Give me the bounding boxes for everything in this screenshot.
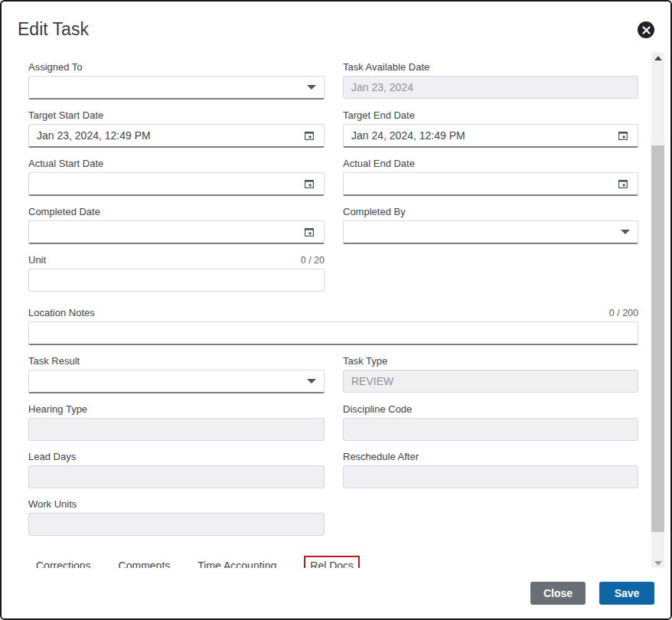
field-assigned-to: Assigned To xyxy=(28,60,325,100)
actual-start-date-input[interactable] xyxy=(37,173,296,194)
chevron-down-icon[interactable] xyxy=(307,85,316,90)
location-notes-char-counter: 0 / 200 xyxy=(609,308,638,318)
field-unit: Unit 0 / 20 xyxy=(28,253,325,292)
target-end-date-picker[interactable] xyxy=(343,124,638,148)
lead-days-input xyxy=(37,466,316,488)
assigned-to-label: Assigned To xyxy=(28,61,83,73)
discipline-code-readonly xyxy=(343,418,638,441)
scroll-up-arrow-icon[interactable] xyxy=(651,52,664,64)
actual-end-date-picker[interactable] xyxy=(343,172,638,196)
completed-by-label: Completed By xyxy=(343,206,406,217)
calendar-glyph xyxy=(303,129,315,142)
actual-start-date-label: Actual Start Date xyxy=(28,158,103,169)
calendar-icon[interactable] xyxy=(616,177,630,191)
unit-char-counter: 0 / 20 xyxy=(301,255,325,266)
task-result-label: Task Result xyxy=(28,355,80,367)
target-end-date-label: Target End Date xyxy=(343,109,415,121)
target-start-date-label: Target Start Date xyxy=(28,109,103,121)
unit-label: Unit xyxy=(28,254,46,266)
completed-date-label: Completed Date xyxy=(28,206,100,217)
field-spacer xyxy=(343,498,638,536)
reschedule-after-label: Reschedule After xyxy=(343,451,419,462)
reschedule-after-input xyxy=(351,466,630,488)
field-hearing-type: Hearing Type xyxy=(28,403,325,441)
save-button[interactable]: Save xyxy=(599,582,654,605)
chevron-down-icon[interactable] xyxy=(621,230,630,234)
calendar-icon[interactable] xyxy=(616,129,630,142)
task-available-date-input xyxy=(351,77,630,98)
actual-end-date-input[interactable] xyxy=(351,173,610,194)
dialog-title: Edit Task xyxy=(18,19,89,40)
completed-by-input[interactable] xyxy=(351,221,615,243)
hearing-type-input xyxy=(37,419,316,440)
scrollbar-thumb[interactable] xyxy=(651,145,664,532)
task-result-dropdown[interactable] xyxy=(28,370,325,393)
location-notes-textbox[interactable] xyxy=(28,321,638,345)
unit-textbox[interactable] xyxy=(28,269,325,292)
field-completed-date: Completed Date xyxy=(28,205,325,244)
edit-task-dialog: Edit Task Assigned To Task Available Dat… xyxy=(0,0,672,620)
hearing-type-label: Hearing Type xyxy=(28,403,87,415)
task-available-date-label: Task Available Date xyxy=(343,61,429,73)
lead-days-readonly xyxy=(28,465,325,488)
unit-input[interactable] xyxy=(37,269,316,291)
location-notes-input[interactable] xyxy=(37,322,630,344)
field-task-type: Task Type xyxy=(343,354,638,393)
task-type-label: Task Type xyxy=(343,355,387,367)
discipline-code-label: Discipline Code xyxy=(343,403,412,415)
x-glyph xyxy=(642,26,651,34)
field-task-available-date: Task Available Date xyxy=(343,60,638,100)
calendar-glyph xyxy=(303,226,315,238)
work-units-label: Work Units xyxy=(28,498,77,510)
completed-by-dropdown[interactable] xyxy=(343,220,638,244)
field-discipline-code: Discipline Code xyxy=(343,403,638,441)
field-task-result: Task Result xyxy=(28,354,325,393)
calendar-glyph xyxy=(303,178,315,190)
field-completed-by: Completed By xyxy=(343,205,638,244)
field-work-units: Work Units xyxy=(28,498,325,536)
work-units-input xyxy=(37,514,316,535)
field-target-start-date: Target Start Date xyxy=(28,109,325,148)
hearing-type-readonly xyxy=(28,418,325,441)
chevron-down-icon[interactable] xyxy=(307,379,316,383)
field-actual-end-date: Actual End Date xyxy=(343,157,638,196)
work-units-readonly xyxy=(28,513,325,536)
task-available-date-readonly xyxy=(343,76,638,99)
completed-date-input[interactable] xyxy=(37,221,296,243)
lead-days-label: Lead Days xyxy=(28,451,76,462)
triangle-down-glyph xyxy=(654,561,662,566)
completed-date-picker[interactable] xyxy=(28,220,325,244)
task-result-input[interactable] xyxy=(37,370,301,392)
field-reschedule-after: Reschedule After xyxy=(343,450,638,488)
form-content: Assigned To Task Available Date Target S… xyxy=(28,52,638,576)
target-end-date-input[interactable] xyxy=(351,125,610,146)
calendar-glyph xyxy=(617,129,629,142)
location-notes-label: Location Notes xyxy=(28,307,95,318)
task-type-input xyxy=(351,370,630,392)
close-button[interactable]: Close xyxy=(530,582,586,605)
field-spacer xyxy=(343,253,638,292)
calendar-icon[interactable] xyxy=(302,129,316,142)
task-type-readonly xyxy=(343,370,638,393)
target-start-date-input[interactable] xyxy=(37,125,296,146)
calendar-icon[interactable] xyxy=(302,177,316,191)
target-start-date-picker[interactable] xyxy=(28,124,325,148)
reschedule-after-readonly xyxy=(343,465,638,488)
assigned-to-dropdown[interactable] xyxy=(28,76,325,100)
triangle-up-glyph xyxy=(654,56,662,60)
calendar-glyph xyxy=(617,178,629,190)
assigned-to-input[interactable] xyxy=(37,77,301,98)
discipline-code-input xyxy=(351,419,630,440)
vertical-scrollbar[interactable] xyxy=(651,52,664,569)
dialog-footer: Close Save xyxy=(2,568,670,618)
close-icon[interactable] xyxy=(638,21,654,38)
field-lead-days: Lead Days xyxy=(28,450,325,488)
actual-start-date-picker[interactable] xyxy=(28,172,325,196)
field-target-end-date: Target End Date xyxy=(343,109,638,148)
field-actual-start-date: Actual Start Date xyxy=(28,157,325,196)
actual-end-date-label: Actual End Date xyxy=(343,158,415,169)
calendar-icon[interactable] xyxy=(302,225,316,239)
field-location-notes: Location Notes 0 / 200 xyxy=(28,306,638,345)
